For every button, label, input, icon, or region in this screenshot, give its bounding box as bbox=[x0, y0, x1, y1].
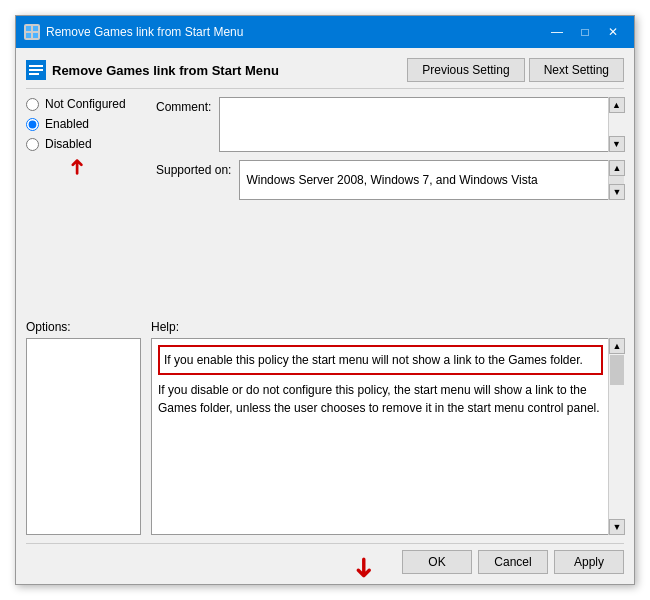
title-bar-left: Remove Games link from Start Menu bbox=[24, 24, 243, 40]
disabled-radio[interactable] bbox=[26, 138, 39, 151]
main-body: Not Configured Enabled Disabled ➜ bbox=[26, 97, 624, 312]
title-bar-controls: — □ ✕ bbox=[544, 22, 626, 42]
apply-button[interactable]: Apply bbox=[554, 550, 624, 574]
supported-scroll-up[interactable]: ▲ bbox=[609, 160, 625, 176]
options-box bbox=[26, 338, 141, 535]
minimize-button[interactable]: — bbox=[544, 22, 570, 42]
comment-section: Comment: ▲ ▼ bbox=[156, 97, 624, 152]
svg-rect-5 bbox=[29, 65, 43, 67]
comment-label: Comment: bbox=[156, 97, 211, 114]
supported-label: Supported on: bbox=[156, 160, 231, 177]
ok-arrow-indicator: ➜ bbox=[348, 556, 381, 579]
options-container: Options: bbox=[26, 320, 141, 535]
svg-rect-2 bbox=[26, 33, 31, 38]
comment-textarea[interactable] bbox=[219, 97, 624, 152]
footer-row: ➜ OK Cancel Apply bbox=[26, 543, 624, 574]
help-highlighted-text: If you enable this policy the start menu… bbox=[158, 345, 603, 375]
svg-rect-7 bbox=[29, 73, 39, 75]
title-bar: Remove Games link from Start Menu — □ ✕ bbox=[16, 16, 634, 48]
right-panel: Comment: ▲ ▼ Supported on: bbox=[156, 97, 624, 312]
window-icon bbox=[24, 24, 40, 40]
not-configured-radio[interactable] bbox=[26, 98, 39, 111]
options-label: Options: bbox=[26, 320, 141, 334]
svg-rect-0 bbox=[26, 26, 31, 31]
svg-rect-3 bbox=[33, 33, 38, 38]
policy-icon bbox=[26, 60, 46, 80]
header-row: Remove Games link from Start Menu Previo… bbox=[26, 58, 624, 89]
help-content: If you enable this policy the start menu… bbox=[151, 338, 624, 535]
cancel-button[interactable]: Cancel bbox=[478, 550, 548, 574]
supported-section: Supported on: Windows Server 2008, Windo… bbox=[156, 160, 624, 200]
title-bar-text: Remove Games link from Start Menu bbox=[46, 25, 243, 39]
supported-value: Windows Server 2008, Windows 7, and Wind… bbox=[246, 173, 537, 187]
ok-button[interactable]: OK bbox=[402, 550, 472, 574]
lower-section: Options: Help: If you enable this policy… bbox=[26, 320, 624, 535]
maximize-button[interactable]: □ bbox=[572, 22, 598, 42]
close-button[interactable]: ✕ bbox=[600, 22, 626, 42]
content-area: Remove Games link from Start Menu Previo… bbox=[16, 48, 634, 584]
main-window: Remove Games link from Start Menu — □ ✕ bbox=[15, 15, 635, 585]
comment-scroll-up[interactable]: ▲ bbox=[609, 97, 625, 113]
next-setting-button[interactable]: Next Setting bbox=[529, 58, 624, 82]
prev-setting-button[interactable]: Previous Setting bbox=[407, 58, 524, 82]
enabled-radio[interactable] bbox=[26, 118, 39, 131]
arrow-area: ➜ bbox=[26, 551, 396, 574]
supported-scroll-down[interactable]: ▼ bbox=[609, 184, 625, 200]
svg-rect-6 bbox=[29, 69, 43, 71]
help-scroll-up[interactable]: ▲ bbox=[609, 338, 625, 354]
help-container: Help: If you enable this policy the star… bbox=[151, 320, 624, 535]
help-label: Help: bbox=[151, 320, 624, 334]
header-buttons: Previous Setting Next Setting bbox=[407, 58, 624, 82]
enabled-arrow-indicator: ➜ bbox=[64, 38, 90, 176]
help-scroll-down[interactable]: ▼ bbox=[609, 519, 625, 535]
comment-scroll-down[interactable]: ▼ bbox=[609, 136, 625, 152]
left-panel: Not Configured Enabled Disabled ➜ bbox=[26, 97, 146, 312]
svg-rect-1 bbox=[33, 26, 38, 31]
help-normal-text: If you disable or do not configure this … bbox=[158, 381, 603, 417]
